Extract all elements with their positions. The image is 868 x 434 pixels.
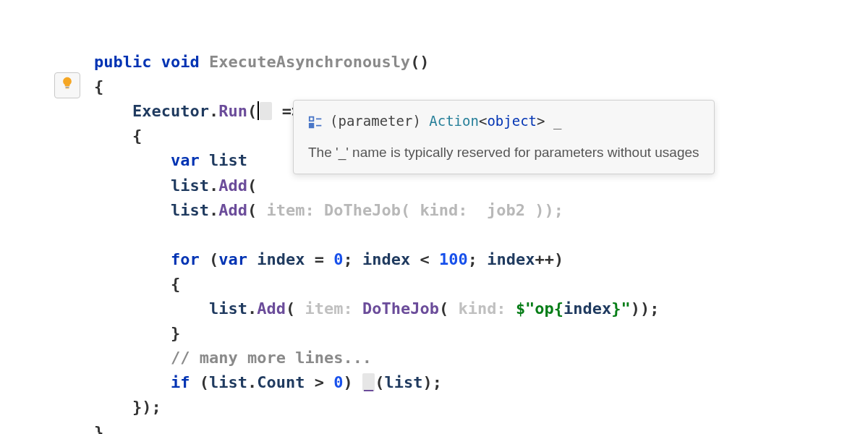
svg-rect-2 <box>310 123 314 127</box>
code-line: Executor.Run( => <box>94 102 301 120</box>
code-line: var list <box>94 151 257 169</box>
code-line: // many more lines... <box>94 349 372 367</box>
tooltip-description: The '_' name is typically reserved for p… <box>308 142 699 163</box>
code-line: { <box>94 275 180 293</box>
param-highlight: _ <box>362 373 375 391</box>
svg-rect-0 <box>66 87 69 88</box>
tooltip-signature: (parameter) Action<object> _ <box>308 111 699 132</box>
code-line: list.Add( item: DoTheJob( kind: $"op{ind… <box>94 299 660 318</box>
code-line: list.Add( item: DoTheJob( kind: job2 )); <box>94 201 563 219</box>
code-line: } <box>94 324 180 342</box>
code-line: }); <box>94 398 161 416</box>
code-line: { <box>94 77 103 95</box>
lightbulb-icon <box>60 73 75 98</box>
code-line: list.Add( <box>94 176 257 195</box>
code-editor[interactable]: public void ExecuteAsynchronously() { Ex… <box>94 25 660 434</box>
svg-rect-1 <box>310 116 314 121</box>
code-line: public void ExecuteAsynchronously() <box>94 53 430 71</box>
code-line: } <box>94 423 103 435</box>
param-highlight <box>260 102 272 120</box>
code-line: { <box>94 127 142 145</box>
parameter-icon <box>308 111 324 132</box>
parameter-info-tooltip: (parameter) Action<object> _ The '_' nam… <box>293 100 715 174</box>
text-cursor <box>258 101 259 120</box>
code-line: for (var index = 0; index < 100; index++… <box>94 250 563 268</box>
code-line: if (list.Count > 0) _(list); <box>94 373 442 391</box>
lightbulb-button[interactable] <box>54 72 80 98</box>
